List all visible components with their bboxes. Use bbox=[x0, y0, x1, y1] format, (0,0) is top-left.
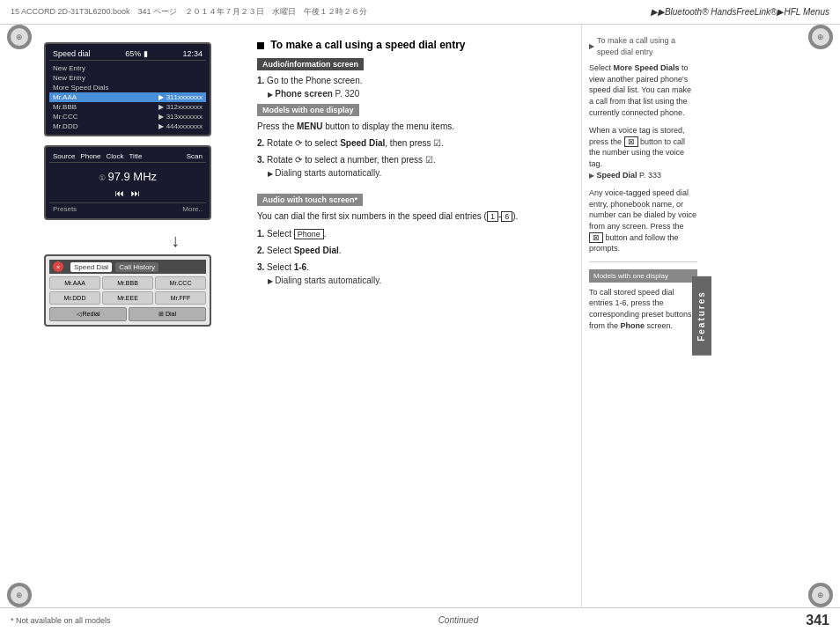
contact-mr-aaa[interactable]: Mr.AAA bbox=[49, 276, 100, 290]
footer-note: * Not available on all models bbox=[11, 616, 111, 625]
page-number: 341 bbox=[806, 613, 829, 628]
dial-button[interactable]: ⊞ Dial bbox=[129, 307, 206, 321]
contact-mr-fff[interactable]: Mr.FFF bbox=[155, 291, 206, 305]
step-3-sub: Dialing starts automatically. bbox=[268, 168, 381, 178]
arrow-down-icon: ↓ bbox=[114, 227, 236, 254]
far-right-panel: ▶ To make a call using a speed dial entr… bbox=[581, 25, 704, 607]
menu-item-mr-ccc: Mr.CCC ▶ 313xxxxxxx bbox=[49, 112, 206, 121]
screen2-bottom: Presets More.. bbox=[49, 202, 206, 215]
right-para2: When a voice tag is stored, press the ⊠ … bbox=[589, 125, 697, 180]
right-panel-note-header: ▶ To make a call using a speed dial entr… bbox=[589, 35, 697, 57]
models-one-display-right-bar: Models with one display bbox=[589, 269, 697, 283]
contact-mr-bbb[interactable]: Mr.BBB bbox=[102, 276, 153, 290]
contact-mr-ccc[interactable]: Mr.CCC bbox=[155, 276, 206, 290]
contact-mr-eee[interactable]: Mr.EEE bbox=[102, 291, 153, 305]
menu-item-mr-ddd: Mr.DDD ▶ 444xxxxxxx bbox=[49, 121, 206, 131]
section-title-icon bbox=[257, 42, 264, 49]
screen-mockup-audio: Source Phone Clock Title Scan ① 97.9 MHz… bbox=[44, 145, 211, 220]
phone-screen-ref: Phone screen P. 320 bbox=[268, 89, 359, 99]
header-section-title: ▶▶Bluetooth® HandsFreeLink®▶HFL Menus bbox=[651, 7, 829, 17]
screen2-frequency: ① 97.9 MHz bbox=[49, 166, 206, 187]
redial-button[interactable]: ◁ Redial bbox=[49, 307, 127, 321]
center-panel: To make a call using a speed dial entry … bbox=[247, 25, 581, 607]
step-3: 3. Rotate ⟳ to select a number, then pre… bbox=[257, 153, 571, 180]
touch-step-1: 1. Select Phone. bbox=[257, 227, 571, 241]
screen3-tab-speed-dial[interactable]: Speed Dial bbox=[70, 262, 112, 272]
main-content: Speed dial 65% ▮ 12:34 New Entry New Ent… bbox=[0, 25, 840, 607]
step-2: 2. Rotate ⟳ to select Speed Dial, then p… bbox=[257, 136, 571, 150]
page-footer: * Not available on all models Continued … bbox=[0, 607, 840, 632]
more-label: More.. bbox=[182, 205, 203, 213]
touch-intro: You can dial the first six numbers in th… bbox=[257, 209, 571, 224]
menu-item-mr-aaa: Mr.AAA ▶ 311xxxxxxx bbox=[49, 92, 206, 102]
menu-item-new-entry-2: New Entry bbox=[49, 73, 206, 83]
touch-screen-bar: Audio with touch screen* bbox=[257, 194, 363, 206]
header-file-info: 15 ACCORD 2D-31T3L6200.book 341 ページ ２０１４… bbox=[11, 6, 367, 18]
menu-item-more-speed-dials: More Speed Dials bbox=[49, 83, 206, 92]
audio-info-bar: Audio/information screen bbox=[257, 58, 364, 70]
step-1: 1. Go to the Phone screen. Phone screen … bbox=[257, 74, 571, 100]
screen-mockup-speed-dial-list: × Speed Dial Call History Mr.AAA Mr.BBB … bbox=[44, 254, 211, 327]
left-panel: Speed dial 65% ▮ 12:34 New Entry New Ent… bbox=[0, 25, 247, 607]
features-tab: Features bbox=[692, 276, 711, 356]
screen1-header: Speed dial 65% ▮ 12:34 bbox=[49, 48, 206, 61]
section-title: To make a call using a speed dial entry bbox=[257, 39, 571, 51]
menu-item-mr-bbb: Mr.BBB ▶ 312xxxxxxx bbox=[49, 102, 206, 112]
page-header: 15 ACCORD 2D-31T3L6200.book 341 ページ ２０１４… bbox=[0, 0, 840, 25]
screen3-close-btn[interactable]: × bbox=[53, 261, 63, 272]
screen3-header: × Speed Dial Call History bbox=[49, 260, 206, 274]
right-panel-divider bbox=[589, 261, 697, 262]
menu-item-new-entry-1: New Entry bbox=[49, 63, 206, 73]
screen3-bottom-buttons: ◁ Redial ⊞ Dial bbox=[49, 307, 206, 321]
step-menu: Press the MENU button to display the men… bbox=[257, 120, 571, 133]
touch-step-3-sub: Dialing starts automatically. bbox=[268, 276, 381, 285]
screen-mockup-speed-dial: Speed dial 65% ▮ 12:34 New Entry New Ent… bbox=[44, 42, 211, 136]
screen3-tab-call-history[interactable]: Call History bbox=[115, 262, 158, 272]
touch-step-2: 2. Select Speed Dial. bbox=[257, 244, 571, 257]
footer-continued: Continued bbox=[438, 615, 479, 625]
screen2-controls: ⏮ ⏭ bbox=[49, 187, 206, 200]
presets-label: Presets bbox=[53, 205, 77, 213]
right-para4: To call stored speed dial entries 1-6, p… bbox=[589, 287, 697, 331]
contact-mr-ddd[interactable]: Mr.DDD bbox=[49, 291, 100, 305]
screen1-title: Speed dial bbox=[53, 49, 91, 58]
screen3-contacts-grid: Mr.AAA Mr.BBB Mr.CCC Mr.DDD Mr.EEE Mr.FF… bbox=[49, 276, 206, 305]
right-para3: Any voice-tagged speed dial entry, phone… bbox=[589, 187, 697, 254]
screen1-signal: 65% ▮ bbox=[125, 49, 148, 58]
screen1-time: 12:34 bbox=[182, 49, 203, 58]
right-para1: Select More Speed Dials to view another … bbox=[589, 62, 697, 118]
touch-step-3: 3. Select 1-6. Dialing starts automatica… bbox=[257, 261, 571, 287]
models-one-display-bar: Models with one display bbox=[257, 104, 359, 116]
screen2-tabs: Source Phone Clock Title Scan bbox=[49, 151, 206, 163]
